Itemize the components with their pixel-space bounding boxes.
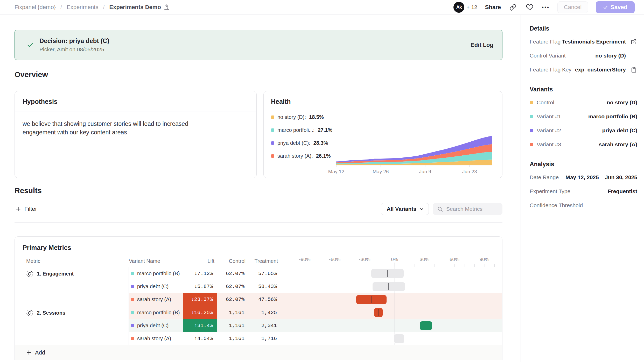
variant-row-name: Variant #1 [537, 113, 561, 120]
metric-group: 2. Sessionsmarco portfolio (B)↓16.25%1,1… [15, 306, 502, 345]
breadcrumb-current[interactable]: Experiments Demo [109, 4, 170, 11]
variant-name-cell: priya debt (C) [129, 319, 183, 332]
more-menu-button[interactable]: ••• [542, 4, 550, 10]
metric-rows: marco portfolio (B)↓16.25%1,1611,425priy… [129, 306, 502, 345]
top-bar: Fixpanel {demo} / Experiments / Experime… [0, 0, 644, 15]
avatar[interactable]: Ak [453, 2, 464, 13]
collaborators[interactable]: Ak + 12 [453, 2, 477, 13]
clipboard-icon[interactable] [631, 67, 637, 73]
column-header-control: Control [217, 258, 248, 264]
metric-cell[interactable]: 2. Sessions [15, 306, 129, 345]
variant-row-label: Variant #3 [530, 141, 561, 148]
search-metrics-input[interactable] [446, 206, 495, 212]
details-heading: Details [530, 25, 637, 32]
decision-banner: Decision: priya debt (C) Picker, Amit on… [15, 30, 502, 60]
lift-value-cell: ↓5.87% [183, 280, 217, 293]
variant-row-label: Variant #1 [530, 113, 561, 120]
copy-link-icon[interactable] [509, 3, 517, 12]
search-icon [437, 206, 443, 212]
health-card: Health no story (D):18.5%marco portfoli.… [263, 91, 502, 178]
cancel-button[interactable]: Cancel [557, 1, 588, 13]
saved-button-label: Saved [611, 4, 627, 11]
details-row-value[interactable]: Testimonials Experiment [562, 39, 626, 45]
add-metric-button[interactable]: Add [15, 345, 502, 360]
breadcrumb-separator: / [60, 4, 62, 11]
ci-point-estimate-marker [378, 309, 379, 316]
metric-name: 2. Sessions [37, 309, 65, 316]
confidence-interval-cell [281, 280, 502, 293]
variant-row-value: priya debt (C) [602, 127, 637, 134]
metric-cell[interactable]: 1. Engagement [15, 267, 129, 306]
hypothesis-title: Hypothesis [23, 98, 249, 105]
variant-name-cell: sarah story (A) [129, 332, 183, 345]
external-link-icon[interactable] [631, 39, 637, 45]
health-legend-item: marco portfoli...:27.1% [271, 127, 336, 133]
variant-row-label: Control [530, 99, 554, 106]
legend-label: priya debt (C): [277, 140, 310, 146]
variant-row-value: marco portfolio (B) [588, 113, 637, 120]
metric-target-icon [26, 270, 33, 277]
breadcrumb-project[interactable]: Fixpanel {demo} [15, 4, 56, 11]
breadcrumb-experiments[interactable]: Experiments [67, 4, 98, 11]
table-row[interactable]: sarah story (A)↑4.54%1,1611,716 [129, 332, 502, 345]
ci-track [295, 293, 494, 306]
add-filter-button[interactable]: Filter [15, 206, 37, 212]
breadcrumb: Fixpanel {demo} / Experiments / Experime… [15, 4, 170, 11]
lift-axis-header: -90%-60%-30%0%30%60%90% [281, 256, 502, 267]
hypothesis-body: we believe that showing customer stories… [15, 112, 227, 145]
legend-label: marco portfoli...: [277, 127, 314, 133]
microscope-icon [164, 4, 170, 10]
search-metrics-box[interactable] [433, 203, 502, 215]
lift-value-cell: ↓16.25% [183, 306, 217, 319]
collaborators-overflow-count: + 12 [466, 4, 477, 10]
column-header-metric: Metric [15, 256, 129, 267]
legend-swatch [271, 128, 274, 132]
details-row-label: Control Variant [530, 53, 566, 59]
ci-track [295, 319, 494, 332]
lift-value-cell: ↓23.37% [183, 293, 217, 306]
legend-value: 26.1% [316, 153, 331, 159]
confidence-interval-cell [281, 332, 502, 345]
treatment-value-cell: 1,716 [248, 332, 281, 345]
axis-minor-tick [335, 264, 335, 267]
app: Fixpanel {demo} / Experiments / Experime… [0, 0, 644, 362]
treatment-value-cell: 57.65% [248, 267, 281, 280]
add-metric-label: Add [35, 349, 45, 356]
breadcrumb-separator: / [103, 4, 104, 11]
share-button[interactable]: Share [485, 4, 501, 11]
variant-swatch [131, 272, 134, 275]
table-row[interactable]: priya debt (C)↑31.4%1,1612,341 [129, 319, 502, 332]
table-row[interactable]: marco portfolio (B)↓7.12%62.07%57.65% [129, 267, 502, 280]
table-row[interactable]: sarah story (A)↓23.37%62.07%47.56% [129, 293, 502, 306]
variant-row-value: sarah story (A) [599, 141, 637, 148]
variant-name-label: sarah story (A) [137, 296, 171, 302]
variant-row: Variant #3sarah story (A) [530, 137, 637, 151]
ci-point-estimate-marker [399, 335, 399, 342]
ci-track [295, 332, 494, 345]
axis-tick-label: 30% [419, 257, 429, 262]
variant-name-label: marco portfolio (B) [137, 310, 180, 316]
axis-tick-label: -60% [329, 257, 340, 262]
variant-name-label: priya debt (C) [137, 323, 169, 329]
table-row[interactable]: priya debt (C)↓5.87%62.07%58.43% [129, 280, 502, 293]
details-row-value: exp_customerStory [575, 67, 626, 73]
table-row[interactable]: marco portfolio (B)↓16.25%1,1611,425 [129, 306, 502, 319]
variant-row-name: Control [537, 99, 554, 106]
health-legend: no story (D):18.5%marco portfoli...:27.1… [271, 112, 336, 173]
control-value-cell: 62.07% [217, 293, 248, 306]
axis-minor-tick [315, 264, 315, 267]
edit-log-button[interactable]: Edit Log [471, 42, 493, 48]
confidence-interval-cell [281, 293, 502, 306]
variant-swatch [131, 337, 134, 340]
saved-button[interactable]: Saved [596, 1, 635, 13]
details-row: Control Variantno story (D) [530, 49, 637, 63]
favorite-heart-icon[interactable] [525, 3, 534, 12]
ci-track [295, 280, 494, 293]
variant-filter-dropdown[interactable]: All Variants [381, 203, 429, 215]
legend-swatch [271, 115, 274, 119]
table-body: 1. Engagementmarco portfolio (B)↓7.12%62… [15, 267, 502, 345]
treatment-value-cell: 58.43% [248, 280, 281, 293]
legend-swatch [271, 154, 274, 158]
plus-icon [26, 350, 32, 355]
metric-name: 1. Engagement [37, 270, 74, 277]
